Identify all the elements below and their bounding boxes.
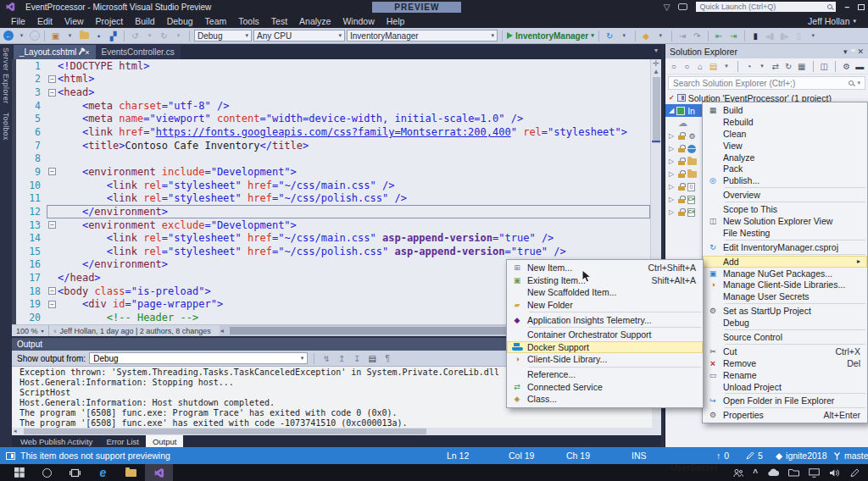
expanded-arrow-icon[interactable]: ◢ — [669, 107, 674, 114]
live-share-caret-icon[interactable]: ▾ — [654, 30, 667, 41]
step-out-icon[interactable]: ⇤ — [713, 30, 726, 41]
scroll-up-icon[interactable]: ▲ — [653, 68, 659, 75]
quick-launch-input[interactable]: Quick Launch (Ctrl+Q) — [696, 2, 836, 12]
collapse-icon[interactable]: − — [48, 301, 56, 308]
menu-item-analyze[interactable]: Analyze — [703, 152, 867, 163]
menu-item-class[interactable]: ◈Class... — [507, 393, 703, 406]
menu-item-existing-item[interactable]: ▣Existing Item...Shift+Alt+A — [507, 274, 703, 287]
output-horizontal-scrollbar[interactable]: ◂ — [12, 428, 661, 435]
menu-item-new-item[interactable]: ⊞New Item...Ctrl+Shift+A — [507, 262, 703, 274]
menu-item-unload-project[interactable]: Unload Project — [703, 381, 867, 393]
menu-item-view[interactable]: View — [703, 140, 867, 152]
startup-project-dropdown[interactable]: InventoryManager▾ — [347, 30, 498, 41]
expand-arrow-icon[interactable]: ▷ — [669, 208, 676, 216]
messages-icon[interactable]: ↯ — [320, 353, 332, 364]
menu-build[interactable]: Build — [129, 14, 160, 28]
scrollbar-thumb[interactable] — [24, 428, 426, 434]
menu-item-debug[interactable]: Debug — [703, 317, 867, 329]
tab-list-caret-icon[interactable]: ▾ — [654, 47, 658, 54]
navigate-back-icon[interactable]: ← — [3, 30, 14, 41]
feedback-icon[interactable] — [678, 3, 687, 10]
menu-item-connected-service[interactable]: ⇄Connected Service — [507, 380, 703, 393]
cortana-button[interactable] — [33, 464, 61, 481]
filter-caret-icon[interactable]: ▾ — [757, 61, 767, 72]
repository-button[interactable]: ◆ ignite2018 — [776, 447, 827, 464]
task-view-button[interactable] — [61, 464, 89, 481]
menu-item-overview[interactable]: Overview — [703, 189, 867, 201]
panel-tab-error-list[interactable]: Error List — [99, 435, 146, 447]
output-source-dropdown[interactable]: Debug ▾ — [89, 352, 308, 364]
navigate-back-icon[interactable]: ○ — [669, 61, 679, 72]
previous-message-icon[interactable]: ↥ — [336, 353, 348, 364]
editor-zoom-dropdown[interactable]: 100 % ▾ — [12, 325, 49, 336]
menu-edit[interactable]: Edit — [31, 14, 58, 28]
switch-views-caret-icon[interactable]: ▾ — [721, 61, 732, 72]
undo-caret-icon[interactable]: ▾ — [143, 30, 156, 41]
save-icon[interactable]: ▪ — [92, 30, 105, 41]
menu-item-set-as-startup-project[interactable]: ⚙Set as StartUp Project — [703, 305, 867, 317]
menu-debug[interactable]: Debug — [161, 14, 199, 28]
solution-explorer-search-input[interactable]: Search Solution Explorer (Ctrl+;) ▾ — [668, 76, 865, 90]
collapse-icon[interactable]: − — [48, 89, 56, 97]
expand-arrow-icon[interactable]: ▷ — [669, 145, 676, 152]
panel-tab-output[interactable]: Output — [146, 435, 184, 447]
menu-item-pack[interactable]: Pack — [703, 163, 867, 174]
menu-file[interactable]: File — [5, 14, 31, 28]
edge-button[interactable]: e — [89, 464, 117, 481]
start-debugging-button[interactable]: InventoryManager ▾ — [507, 31, 594, 41]
menu-team[interactable]: Team — [199, 14, 233, 28]
menu-item-add[interactable]: Add▸ — [703, 256, 867, 268]
menu-item-new-scaffolded-item[interactable]: New Scaffolded Item... — [507, 286, 703, 299]
branch-button[interactable]: master — [833, 447, 868, 464]
menu-item-new-solution-explorer-view[interactable]: ◫New Solution Explorer View — [703, 215, 867, 227]
people-icon[interactable] — [733, 468, 743, 478]
clear-bookmarks-icon[interactable]: ▯ — [793, 30, 805, 41]
menu-item-application-insights-telemetry[interactable]: ◆Application Insights Telemetry... — [507, 313, 703, 326]
splitter-icon[interactable]: ✛ — [653, 59, 659, 68]
show-hidden-icons-button[interactable]: ^ — [753, 468, 758, 478]
user-account-button[interactable]: Jeff Hollan ▾ — [808, 16, 863, 26]
refresh-caret-icon[interactable]: ▾ — [618, 30, 631, 41]
live-share-icon[interactable]: ◆ — [640, 30, 653, 41]
file-explorer-button[interactable] — [117, 464, 145, 481]
display-icon[interactable] — [809, 468, 820, 478]
menu-item-container-orchestrator-support[interactable]: Container Orchestrator Support — [507, 329, 703, 341]
close-icon[interactable]: ✕ — [857, 47, 864, 56]
open-file-icon[interactable] — [78, 30, 91, 41]
menu-item-scope-to-this[interactable]: Scope to This — [703, 203, 867, 215]
new-file-icon[interactable]: ▣ — [49, 30, 62, 41]
refresh-icon[interactable]: ↻ — [783, 61, 793, 72]
notifications-filter-icon[interactable]: ▽ — [664, 3, 670, 12]
menu-item-client-side-library[interactable]: ◑Client-Side Library... — [507, 353, 703, 366]
properties-wrench-icon[interactable]: ⚙ — [842, 61, 852, 72]
menu-view[interactable]: View — [58, 14, 90, 28]
refresh-icon[interactable]: ↻ — [604, 30, 616, 41]
close-icon[interactable]: × — [85, 48, 89, 57]
editor-tab-layout-cshtml[interactable]: _Layout.cshtml× — [14, 45, 96, 59]
expand-arrow-icon[interactable]: ▷ — [669, 132, 676, 140]
run-to-cursor-icon[interactable]: ⇥ — [727, 30, 740, 41]
menu-item-open-folder-in-file-explorer[interactable]: ↪Open Folder in File Explorer — [703, 395, 867, 406]
switch-views-icon[interactable]: ▤ — [709, 61, 719, 72]
collapse-all-icon[interactable]: ▦ — [797, 61, 807, 72]
clear-all-icon[interactable]: ▤ — [366, 353, 378, 364]
menu-item-properties[interactable]: ⚙PropertiesAlt+Enter — [703, 409, 867, 421]
menu-window[interactable]: Window — [337, 14, 380, 28]
restore-button[interactable] — [858, 4, 865, 10]
onedrive-icon[interactable] — [767, 468, 779, 477]
incoming-commits-button[interactable]: ↑ 0 — [716, 447, 729, 464]
side-tab-server-explorer[interactable]: Server Explorer — [2, 47, 10, 104]
menu-item-source-control[interactable]: Source Control — [703, 331, 867, 343]
show-all-files-icon[interactable]: ◫ — [819, 61, 829, 72]
step-over-icon[interactable]: ↷ — [691, 30, 704, 41]
menu-item-docker-support[interactable]: Docker Support — [507, 341, 703, 354]
pending-changes-button[interactable]: 5 — [746, 447, 763, 464]
menu-item-build[interactable]: ▦Build — [703, 104, 867, 116]
new-file-caret-icon[interactable]: ▾ — [64, 30, 76, 41]
word-wrap-icon[interactable]: ¶ — [381, 353, 393, 364]
toolbar-overflow-icon[interactable]: ▾ — [807, 30, 820, 41]
menu-item-cut[interactable]: ✂CutCtrl+X — [703, 346, 867, 357]
menu-item-manage-user-secrets[interactable]: Manage User Secrets — [703, 290, 867, 302]
menu-item-new-folder[interactable]: ▰New Folder — [507, 299, 703, 312]
menu-item-remove[interactable]: ×RemoveDel — [703, 357, 867, 369]
